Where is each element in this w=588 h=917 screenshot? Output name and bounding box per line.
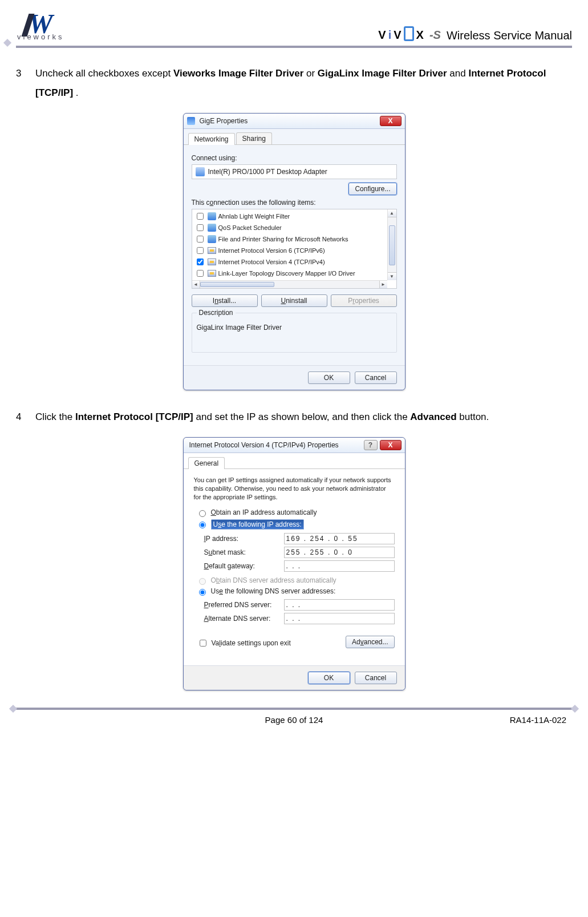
radio-use-dns[interactable]: Use the following DNS server addresses: <box>194 586 395 597</box>
page-footer: Page 60 of 124 RA14-11A-022 <box>16 708 572 730</box>
gige-tabs: Networking Sharing <box>184 129 405 145</box>
preferred-dns-input[interactable]: . . . <box>284 599 395 611</box>
step-3-bold-1: Vieworks Image Filter Driver <box>173 68 303 79</box>
vertical-scrollbar[interactable]: ▲ ▼ <box>387 209 396 280</box>
scroll-down-icon[interactable]: ▼ <box>388 272 396 280</box>
tab-networking[interactable]: Networking <box>188 133 235 145</box>
tcpip-window-title: Internet Protocol Version 4 (TCP/IPv4) P… <box>187 441 364 449</box>
list-item[interactable]: Ahnlab Light Weight Filter <box>192 211 387 222</box>
page-number: Page 60 of 124 <box>265 715 323 725</box>
gige-titlebar[interactable]: GigE Properties X <box>184 114 405 129</box>
connection-items-list: Ahnlab Light Weight Filter QoS Packet Sc… <box>192 209 397 289</box>
filter-icon <box>208 235 216 243</box>
item-checkbox[interactable] <box>197 270 204 277</box>
ip-address-row: IP address: 169 . 254 . 0 . 55 <box>204 533 395 544</box>
vivix-logo: ViVX -S <box>378 27 441 42</box>
page-title: Wireless Service Manual <box>447 29 572 42</box>
adapter-field[interactable]: Intel(R) PRO/1000 PT Desktop Adapter <box>192 164 397 179</box>
radio-input[interactable] <box>199 522 206 528</box>
ok-button[interactable]: OK <box>308 672 350 684</box>
item-checkbox[interactable] <box>197 213 204 220</box>
document-number: RA14-11A-022 <box>510 715 566 725</box>
header-divider-diamond <box>3 39 11 47</box>
close-button[interactable]: X <box>380 440 402 450</box>
scroll-thumb[interactable] <box>200 282 274 287</box>
list-item[interactable]: File and Printer Sharing for Microsoft N… <box>192 233 387 245</box>
footer-diamond-right <box>571 704 579 712</box>
step-4-text-a: Click the <box>35 411 75 422</box>
adapter-name: Intel(R) PRO/1000 PT Desktop Adapter <box>208 168 327 176</box>
list-item[interactable]: Internet Protocol Version 6 (TCP/IPv6) <box>192 245 387 256</box>
ok-button[interactable]: OK <box>308 371 350 384</box>
validate-checkbox[interactable] <box>200 640 206 647</box>
item-label: Ahnlab Light Weight Filter <box>218 213 290 220</box>
list-item[interactable]: Link-Layer Topology Discovery Mapper I/O… <box>192 268 387 279</box>
adapter-icon <box>196 167 205 176</box>
radio-input[interactable] <box>199 589 206 596</box>
item-checkbox[interactable] <box>197 224 204 231</box>
scroll-up-icon[interactable]: ▲ <box>388 209 396 217</box>
vieworks-logo: W vieworks <box>16 10 84 42</box>
alternate-dns-input[interactable]: . . . <box>284 613 395 624</box>
scroll-left-icon[interactable]: ◄ <box>192 281 200 288</box>
filter-icon <box>208 212 216 220</box>
tcpip-tabs: General <box>184 453 405 469</box>
description-text: GigaLinx Image Filter Driver <box>197 324 392 332</box>
tcpip-properties-window: Internet Protocol Version 4 (TCP/IPv4) P… <box>183 437 405 690</box>
items-label: This connection uses the following items… <box>192 199 397 207</box>
protocol-icon <box>208 247 216 254</box>
step-3-text-c: or <box>306 68 318 79</box>
item-label: File and Printer Sharing for Microsoft N… <box>218 236 348 243</box>
tab-sharing[interactable]: Sharing <box>236 132 272 144</box>
vieworks-logo-text: vieworks <box>17 33 64 41</box>
item-label: QoS Packet Scheduler <box>218 224 282 231</box>
gige-window-title: GigE Properties <box>197 117 380 125</box>
scroll-thumb[interactable] <box>389 225 395 265</box>
connect-using-label: Connect using: <box>192 154 397 162</box>
radio-obtain-dns: Obtain DNS server address automatically <box>194 575 395 586</box>
item-checkbox[interactable] <box>197 258 204 265</box>
step-4-text-e: button. <box>459 411 489 422</box>
default-gateway-input[interactable]: . . . <box>284 560 395 572</box>
cancel-button[interactable]: Cancel <box>355 672 397 684</box>
radio-obtain-ip[interactable]: Obtain an IP address automatically <box>194 507 395 518</box>
list-item[interactable]: Internet Protocol Version 4 (TCP/IPv4) <box>192 256 387 268</box>
radio-input[interactable] <box>199 510 206 517</box>
item-checkbox[interactable] <box>197 247 204 254</box>
validate-checkbox-row[interactable]: Validate settings upon exit <box>197 638 291 648</box>
radio-use-ip[interactable]: Use the following IP address: <box>194 518 395 531</box>
description-group: Description GigaLinx Image Filter Driver <box>192 313 397 353</box>
horizontal-scrollbar[interactable]: ◄ ► <box>192 280 387 288</box>
gige-properties-window: GigE Properties X Networking Sharing Con… <box>183 113 405 390</box>
install-button[interactable]: Install... <box>192 294 258 307</box>
page-header: W vieworks ViVX -S Wireless Service Manu… <box>16 10 572 48</box>
tcpip-intro-text: You can get IP settings assigned automat… <box>194 476 395 502</box>
configure-button[interactable]: Configure... <box>348 183 396 195</box>
step-4-text-c: and set the IP as shown below, and then … <box>196 411 411 422</box>
protocol-icon <box>208 270 216 277</box>
properties-button[interactable]: Properties <box>331 294 397 307</box>
item-checkbox[interactable] <box>197 236 204 243</box>
footer-diamond-left <box>9 704 17 712</box>
step-3-text-g: . <box>76 87 79 98</box>
tcpip-titlebar[interactable]: Internet Protocol Version 4 (TCP/IPv4) P… <box>184 438 405 453</box>
subnet-mask-input[interactable]: 255 . 255 . 0 . 0 <box>284 547 395 558</box>
protocol-icon <box>208 258 216 265</box>
step-4: 4 Click the Internet Protocol [TCP/IP] a… <box>16 407 572 427</box>
step-4-bold-2: Advanced <box>410 411 456 422</box>
subnet-mask-row: Subnet mask: 255 . 255 . 0 . 0 <box>204 547 395 558</box>
tab-general[interactable]: General <box>188 457 225 469</box>
help-button[interactable]: ? <box>364 440 378 450</box>
scroll-right-icon[interactable]: ► <box>379 281 387 288</box>
close-button[interactable]: X <box>380 116 402 126</box>
uninstall-button[interactable]: Uninstall <box>261 294 327 307</box>
cancel-button[interactable]: Cancel <box>355 371 397 384</box>
list-item[interactable]: QoS Packet Scheduler <box>192 222 387 233</box>
item-label: Internet Protocol Version 4 (TCP/IPv4) <box>218 258 325 265</box>
network-icon <box>187 117 195 125</box>
advanced-button[interactable]: Advanced... <box>346 636 394 648</box>
ip-address-input[interactable]: 169 . 254 . 0 . 55 <box>284 533 395 544</box>
alternate-dns-row: Alternate DNS server: . . . <box>204 613 395 624</box>
step-3-text-e: and <box>449 68 468 79</box>
preferred-dns-row: Preferred DNS server: . . . <box>204 599 395 611</box>
